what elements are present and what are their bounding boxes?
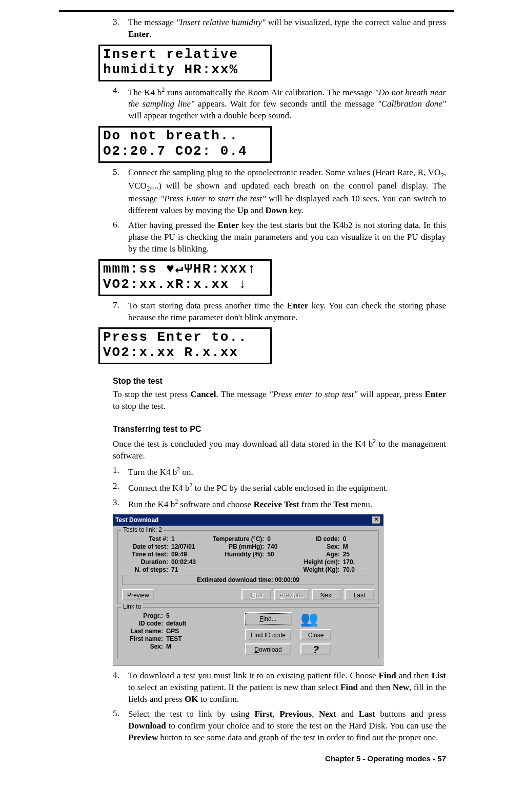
underline: D: [254, 646, 259, 653]
close-icon[interactable]: ✕: [372, 516, 381, 524]
text: to confirm your choice and to store the …: [166, 721, 446, 731]
field-row: PB (mmHg):740: [208, 543, 288, 550]
text: ownload: [259, 646, 282, 653]
text: Turn the K4 b: [128, 467, 177, 476]
close-button[interactable]: Close: [300, 629, 331, 640]
text: To start storing data press another time…: [128, 301, 287, 310]
list-number: 5.: [113, 709, 128, 744]
list-number: 3.: [113, 17, 128, 40]
field-value: 09:49: [171, 551, 187, 558]
heading-stop-test: Stop the test: [113, 377, 446, 386]
lcd-line: Insert relative: [103, 47, 238, 62]
field-row: Sex:M: [122, 643, 240, 650]
field-row: Duration:00:02:43: [122, 558, 203, 566]
text: appears. Wait for few seconds until the …: [194, 99, 377, 109]
text: buttons and press: [375, 709, 446, 719]
text: and then: [396, 671, 432, 680]
bold-text: Test: [333, 499, 349, 509]
field-label: Progr.:: [122, 612, 166, 619]
text: Connect the sampling plug to the optoele…: [128, 168, 440, 177]
text: Run the K4 b: [128, 499, 175, 509]
dialog-titlebar[interactable]: Test Download ✕: [113, 514, 383, 526]
list-body: Connect the K4 b2 to the PC by the seria…: [128, 481, 446, 494]
text: software and choose: [178, 499, 253, 509]
field-value: 71: [171, 566, 178, 573]
field-label: ID code:: [122, 620, 166, 627]
last-button[interactable]: Last: [345, 589, 374, 600]
help-icon: ?: [313, 646, 319, 654]
field-value: GPS: [166, 628, 179, 635]
page-footer: Chapter 5 - Operating modes - 57: [113, 754, 446, 763]
groupbox-tests-to-link: Tests to link: 2 Test #:1 Date of test:1…: [117, 530, 379, 604]
field-label: Height (cm):: [294, 558, 343, 566]
underline: F: [251, 592, 254, 599]
text: to select an existing patient. If the pa…: [128, 682, 340, 692]
lcd-display: Press Enter to.. VO2:x.xx R.x.xx: [98, 327, 272, 364]
lcd-display: Do not breath.. O2:20.7 CO2: 0.4: [98, 126, 272, 163]
bold-text: Previous: [279, 709, 312, 719]
field-label: Test #:: [122, 535, 171, 543]
bold-text: Enter: [425, 389, 446, 399]
bold-text: Enter: [218, 220, 239, 230]
field-value: 5: [166, 612, 170, 619]
field-row: Test #:1: [122, 535, 203, 543]
field-value: default: [166, 620, 186, 627]
text: .: [150, 29, 152, 39]
list-item: 2. Connect the K4 b2 to the PC by the se…: [113, 481, 446, 494]
field-value: 25: [343, 551, 350, 558]
field-value: 70.0: [343, 566, 355, 573]
estimated-time: Extimated download time: 00:00:09: [122, 575, 374, 585]
field-row: Time of test:09:49: [122, 551, 203, 558]
find-button[interactable]: Find...: [245, 613, 291, 624]
field-row: Date of test:12/07/01: [122, 543, 203, 550]
list-number: 4.: [113, 670, 128, 705]
preview-button[interactable]: Preview: [122, 589, 154, 600]
text: Connect the K4 b: [128, 483, 189, 493]
field-label: Date of test:: [122, 543, 171, 550]
field-label: Humidity (%):: [208, 551, 267, 558]
field-row: Age:25: [294, 551, 374, 558]
field-row: Weight (Kg):70.0: [294, 566, 374, 573]
field-row: Progr.:5: [122, 612, 240, 619]
text: and then: [358, 682, 393, 692]
bold-text: Down: [265, 205, 287, 215]
list-body: To download a test you must link it to a…: [128, 670, 446, 705]
field-label: Duration:: [122, 558, 171, 566]
list-number: 7.: [113, 300, 128, 324]
text: runs automatically the Room Air calibrat…: [165, 87, 375, 97]
bold-text: Find: [340, 682, 358, 692]
underline: F: [259, 615, 263, 622]
next-button[interactable]: Next: [312, 589, 341, 600]
dialog-body: Tests to link: 2 Test #:1 Date of test:1…: [113, 526, 383, 666]
list-number: 3.: [113, 497, 128, 511]
list-body: Select the test to link by using First, …: [128, 709, 446, 744]
help-button[interactable]: ?: [300, 643, 331, 655]
list-item: 4. The K4 b2 runs automatically the Room…: [113, 86, 446, 122]
text: ,: [312, 709, 319, 719]
first-button[interactable]: First: [241, 589, 271, 600]
bold-text: Enter: [128, 29, 150, 39]
field-value: TEST: [166, 635, 182, 642]
bold-text: Next: [319, 709, 336, 719]
text: irst: [254, 592, 262, 599]
field-row: Humidity (%):50: [208, 551, 288, 558]
lcd-line: humidity HR:xx%: [103, 62, 238, 77]
find-id-code-button[interactable]: Find ID code: [245, 629, 291, 640]
bold-text: Last: [359, 709, 375, 719]
text: revious: [284, 592, 304, 599]
text: ind...: [264, 615, 277, 622]
text: Select the test to link by using: [128, 709, 254, 719]
previous-button[interactable]: Previous: [274, 589, 309, 600]
field-value: 0: [343, 535, 347, 543]
text: and: [248, 205, 265, 215]
download-button[interactable]: Download: [245, 643, 291, 655]
text: lose: [312, 632, 324, 639]
text: ast: [357, 592, 365, 599]
list-body: Turn the K4 b2 on.: [128, 465, 446, 478]
list-body: To start storing data press another time…: [128, 300, 446, 324]
field-value: 1: [171, 535, 175, 543]
list-item: 5. Select the test to link by using Firs…: [113, 709, 446, 744]
list-item: 6. After having pressed the Enter key th…: [113, 220, 446, 255]
field-label: Sex:: [122, 643, 166, 650]
list-body: The message "Insert relative humidity" w…: [128, 17, 446, 40]
